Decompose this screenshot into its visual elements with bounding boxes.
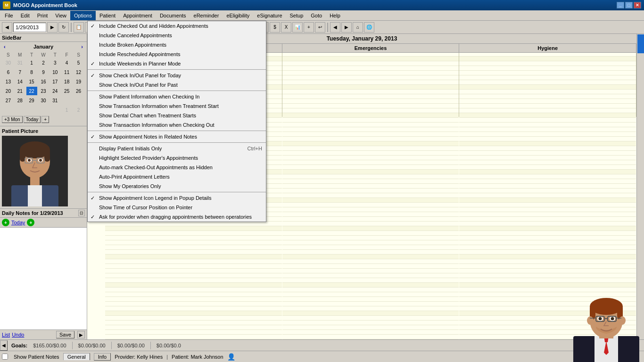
appointment-row[interactable] [459,123,636,127]
appointment-row[interactable] [105,269,282,273]
new-appt-button[interactable]: 📋 [74,22,84,33]
cal-day[interactable] [3,106,14,114]
recall-btn[interactable]: ↩ [315,22,325,33]
cal-day[interactable]: 14 [15,77,25,86]
plus3-months-button[interactable]: +3 Mon [2,116,23,123]
appointment-row[interactable] [282,85,459,90]
appointment-row[interactable] [282,146,459,151]
appointment-row[interactable] [282,118,459,123]
menu-options[interactable]: Options [70,11,96,20]
dropdown-item-patient-initials[interactable]: Display Patient Initials OnlyCtrl+H [88,144,266,153]
cal-day[interactable]: 1 [61,106,72,114]
cal-day[interactable]: 25 [61,87,72,95]
appointment-row[interactable] [459,141,636,146]
dropdown-item-highlight-provider[interactable]: Highlight Selected Provider's Appointmen… [88,153,266,163]
dropdown-item-transaction-checkout[interactable]: Show Transaction Information when Checki… [88,120,266,130]
appointment-row[interactable] [282,61,459,66]
cal-day[interactable]: 3 [50,58,60,67]
cal-day[interactable]: 5 [73,58,84,67]
forward-button[interactable]: ▶ [47,22,58,33]
notes-today-link[interactable]: Today [11,220,25,225]
undo-button[interactable]: Undo [12,332,24,337]
appointment-row[interactable] [459,217,636,222]
appointment-row[interactable] [459,90,636,94]
dropdown-item-auto-mark-hidden[interactable]: Auto-mark Checked-Out Appointments as Hi… [88,163,266,172]
appointment-row[interactable] [282,231,459,236]
account-btn[interactable]: $ [270,22,280,33]
back-button[interactable]: ◀ [2,22,12,33]
appointment-row[interactable] [459,127,636,132]
cal-day[interactable]: 7 [15,68,25,76]
appointment-row[interactable] [282,316,459,321]
cal-day[interactable]: 12 [73,68,84,76]
dropdown-item-my-operatories[interactable]: Show My Operatories Only [88,181,266,191]
appointment-row[interactable] [459,170,636,174]
appointment-row[interactable] [105,278,282,283]
appointment-row[interactable] [459,156,636,160]
menu-documents[interactable]: Documents [156,11,190,20]
appointment-row[interactable] [282,212,459,217]
appointment-row[interactable] [282,198,459,203]
appointment-row[interactable] [282,302,459,306]
appointment-row[interactable] [459,160,636,165]
appointment-row[interactable] [282,255,459,259]
menu-edit[interactable]: Edit [17,11,33,20]
dropdown-item-transaction-treatment[interactable]: Show Transaction Information when Treatm… [88,101,266,111]
appointment-row[interactable] [282,240,459,245]
appointment-row[interactable] [459,236,636,240]
cal-day[interactable]: 18 [61,77,72,86]
appointment-row[interactable] [105,259,282,264]
appointment-row[interactable] [459,113,636,118]
appointment-row[interactable] [282,217,459,222]
appointment-row[interactable] [282,132,459,137]
appointment-row[interactable] [459,203,636,207]
appointment-row[interactable] [282,179,459,184]
dropdown-item-patient-info-checking[interactable]: Show Patient Information when Checking I… [88,92,266,101]
calendar-next-button[interactable]: › [79,44,85,49]
appointment-row[interactable] [105,222,282,226]
today-button[interactable]: Today [24,116,41,123]
appointment-row[interactable] [282,193,459,198]
appointment-row[interactable] [459,57,636,61]
appointment-row[interactable] [282,250,459,255]
appointment-row[interactable] [282,325,459,330]
menu-goto[interactable]: Goto [307,11,326,20]
daily-notes-close[interactable]: ⊡ [78,210,85,216]
appointment-row[interactable] [459,165,636,170]
appointment-row[interactable] [459,71,636,75]
appointment-row[interactable] [459,66,636,71]
appointment-row[interactable] [282,57,459,61]
appointment-row[interactable] [105,311,282,316]
appointment-row[interactable] [282,90,459,94]
cal-day[interactable] [26,106,37,114]
appointment-row[interactable] [282,165,459,170]
menu-help[interactable]: Help [326,11,344,20]
chart-btn[interactable]: 📊 [292,22,303,33]
home-btn[interactable]: ⌂ [353,22,363,33]
appointment-row[interactable] [282,94,459,99]
cal-day[interactable]: 28 [15,96,25,105]
appointment-row[interactable] [282,156,459,160]
dropdown-item-appt-notes-related[interactable]: ✓Show Appointment Notes in Related Notes [88,132,266,141]
appointment-row[interactable] [105,283,282,288]
appointment-row[interactable] [282,288,459,292]
appointment-row[interactable] [282,335,459,339]
appointment-row[interactable] [282,99,459,104]
dropdown-item-weekends[interactable]: ✓Include Weekends in Planner Mode [88,59,266,68]
dropdown-item-broken[interactable]: Include Broken Appointments [88,40,266,49]
menu-setup[interactable]: Setup [286,11,307,20]
cal-day[interactable]: 15 [26,77,37,86]
appointment-row[interactable] [282,264,459,269]
appointment-row[interactable] [105,226,282,231]
appointment-row[interactable] [105,297,282,302]
menu-appointment[interactable]: Appointment [119,11,156,20]
appointment-row[interactable] [105,273,282,278]
menu-esignature[interactable]: eSignature [253,11,286,20]
appointment-row[interactable] [459,53,636,57]
appointment-row[interactable] [105,302,282,306]
appointment-row[interactable] [282,259,459,264]
back2-btn[interactable]: ◀ [330,22,340,33]
appointment-row[interactable] [459,245,636,250]
appointment-row[interactable] [459,61,636,66]
appointment-row[interactable] [459,108,636,113]
